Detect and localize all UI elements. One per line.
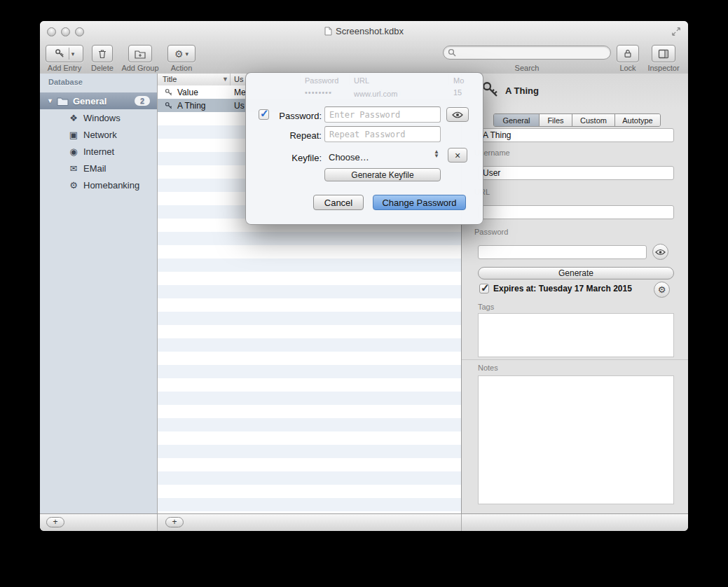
keyfile-popup[interactable]: Choose… [329, 152, 369, 163]
repeat-password-input[interactable] [324, 126, 441, 142]
inspector-label: Inspector [643, 64, 685, 72]
password-input[interactable] [324, 106, 441, 123]
toolbar: ▾ Add Entry Delete Add Group ⚙ ▾ [40, 42, 688, 74]
chevron-down-icon[interactable]: ▾ [71, 50, 75, 57]
entry-username: Us [234, 101, 245, 111]
password-enabled-checkbox[interactable]: ✓ [259, 109, 269, 120]
bottom-bar: + + [40, 513, 688, 531]
disclosure-triangle-icon[interactable]: ▼ [47, 97, 57, 104]
sidebar-item-homebanking[interactable]: ⚙ Homebanking [40, 177, 157, 193]
action-label: Action [160, 64, 202, 72]
repeat-label: Repeat: [271, 130, 322, 141]
close-icon: × [455, 150, 460, 161]
add-entry-plus-button[interactable]: + [165, 517, 184, 527]
sidebar-item-general[interactable]: ▼ General 2 [40, 92, 157, 109]
show-password-button[interactable] [446, 107, 469, 122]
column-header-username[interactable]: Us [234, 75, 243, 83]
email-icon: ✉ [68, 163, 79, 174]
pane-divider [157, 514, 158, 531]
key-icon [165, 88, 173, 97]
sidebar-item-network[interactable]: ▣ Network [40, 126, 157, 143]
plus-icon: + [172, 517, 177, 527]
fullscreen-icon[interactable] [671, 27, 681, 36]
sidebar-item-internet[interactable]: ◉ Internet [40, 143, 157, 160]
check-icon: ✓ [260, 107, 269, 120]
document-icon [324, 27, 332, 36]
plus-icon: + [53, 517, 57, 527]
entry-username: Me [234, 88, 246, 97]
add-group-plus-button[interactable]: + [46, 517, 64, 527]
windows-icon: ❖ [68, 113, 79, 123]
password-label: Password: [271, 111, 322, 121]
app-window: Screenshot.kdbx ▾ Add Entry [40, 21, 688, 531]
show-password-button[interactable] [652, 244, 668, 260]
sidebar-item-windows[interactable]: ❖ Windows [40, 109, 157, 126]
generate-password-button[interactable]: Generate [478, 267, 674, 279]
gear-icon: ⚙ [174, 48, 184, 60]
sidebar-header: Database [48, 78, 83, 86]
expires-settings-button[interactable]: ⚙ [654, 282, 670, 298]
search-field[interactable] [443, 46, 611, 60]
section-divider [462, 359, 688, 360]
username-field[interactable] [478, 166, 674, 180]
add-group-button[interactable] [128, 45, 152, 62]
tab-autotype[interactable]: Autotype [615, 114, 660, 126]
cancel-button[interactable]: Cancel [313, 195, 364, 210]
key-icon [481, 81, 500, 99]
internet-icon: ◉ [68, 146, 79, 157]
url-field[interactable] [478, 205, 674, 219]
sidebar-item-email[interactable]: ✉ EMail [40, 160, 157, 177]
search-label: Search [506, 64, 548, 72]
expires-checkbox[interactable]: ✓ [479, 284, 489, 294]
delete-label: Delete [81, 64, 123, 72]
popup-stepper-icon[interactable]: ▲▼ [434, 150, 439, 158]
sidebar-item-label: Homebanking [83, 180, 139, 191]
gear-icon: ⚙ [658, 284, 666, 295]
folder-plus-icon [135, 49, 146, 59]
faint-modified-value: 15 [453, 88, 462, 97]
title-field[interactable] [478, 128, 674, 142]
entry-count-badge: 2 [135, 96, 150, 106]
change-password-button[interactable]: Change Password [373, 195, 466, 210]
window-title-group: Screenshot.kdbx [40, 26, 688, 36]
keyfile-label: Keyfile: [271, 153, 322, 163]
tab-files[interactable]: Files [540, 114, 572, 126]
cancel-label: Cancel [324, 198, 352, 208]
column-header-title[interactable]: Title [163, 75, 177, 83]
title-bar: Screenshot.kdbx [40, 21, 688, 42]
pane-divider [461, 514, 462, 531]
search-input[interactable] [456, 48, 610, 57]
action-button[interactable]: ⚙ ▾ [167, 45, 195, 62]
delete-button[interactable] [92, 45, 113, 62]
column-separator[interactable] [230, 74, 231, 85]
key-icon [165, 102, 173, 110]
lock-icon [623, 48, 633, 59]
clear-keyfile-button[interactable]: × [448, 148, 467, 163]
tags-field[interactable] [478, 313, 674, 357]
faint-modified-header: Mo [453, 76, 464, 85]
key-icon [55, 48, 65, 59]
check-icon: ✓ [481, 282, 490, 294]
password-label: Password [474, 228, 508, 236]
add-entry-label: Add Entry [46, 64, 83, 72]
faint-url-header: URL [354, 76, 369, 85]
generate-keyfile-label: Generate Keyfile [351, 170, 413, 180]
tab-custom[interactable]: Custom [572, 114, 615, 126]
lock-button[interactable] [617, 45, 639, 62]
eye-icon [452, 111, 463, 118]
network-icon: ▣ [68, 130, 79, 140]
password-field[interactable] [478, 245, 647, 259]
notes-field[interactable] [478, 375, 674, 504]
sidebar-item-label: Windows [83, 113, 121, 123]
generate-keyfile-button[interactable]: Generate Keyfile [324, 168, 441, 181]
inspector-button[interactable] [652, 45, 675, 62]
add-entry-button[interactable]: ▾ [46, 45, 83, 62]
homebanking-icon: ⚙ [68, 180, 79, 191]
window-title: Screenshot.kdbx [336, 26, 404, 36]
tab-general[interactable]: General [494, 114, 540, 126]
change-password-label: Change Password [382, 198, 456, 208]
sort-indicator-icon: ▼ [222, 76, 228, 83]
split-divider [69, 48, 69, 60]
sidebar-item-label: General [73, 96, 107, 106]
sidebar-item-label: Internet [83, 146, 114, 157]
